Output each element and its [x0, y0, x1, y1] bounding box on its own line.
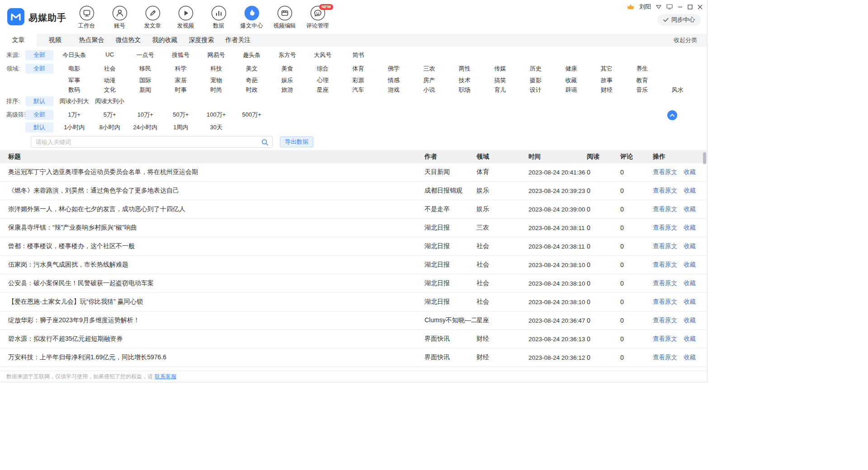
- domain-option[interactable]: 美文: [234, 65, 270, 73]
- nav-hot-center[interactable]: 爆文中心: [235, 5, 268, 30]
- favorite-link[interactable]: 收藏: [684, 261, 696, 269]
- nav-account[interactable]: 账号: [103, 5, 136, 30]
- source-option[interactable]: 趣头条: [234, 51, 270, 59]
- domain-option[interactable]: 两性: [447, 65, 483, 73]
- domain-option[interactable]: 家居: [163, 76, 199, 85]
- domain-option[interactable]: 时尚: [198, 86, 234, 94]
- sort-option[interactable]: 阅读大到小: [92, 97, 128, 105]
- tab-deep-search[interactable]: 深度搜索: [183, 34, 220, 47]
- domain-option[interactable]: 搞笑: [482, 76, 518, 85]
- domain-option[interactable]: 传媒: [482, 65, 518, 73]
- source-option[interactable]: 大风号: [305, 51, 341, 59]
- favorite-link[interactable]: 收藏: [684, 224, 696, 232]
- domain-option[interactable]: 移民: [127, 65, 163, 73]
- domain-option[interactable]: 小说: [411, 86, 447, 94]
- close-icon[interactable]: [698, 5, 703, 9]
- source-option[interactable]: 东方号: [269, 51, 305, 59]
- domain-option[interactable]: 动漫: [92, 76, 128, 85]
- sort-option[interactable]: 阅读小到大: [57, 97, 92, 105]
- domain-option[interactable]: 音乐: [624, 86, 660, 94]
- view-original-link[interactable]: 查看原文: [653, 205, 677, 213]
- tab-author-follow[interactable]: 作者关注: [220, 34, 256, 47]
- domain-option[interactable]: 娱乐: [269, 76, 305, 85]
- tab-videos[interactable]: 视频: [37, 34, 73, 47]
- read-option[interactable]: 50万+: [163, 111, 199, 119]
- tab-my-favorites[interactable]: 我的收藏: [146, 34, 183, 47]
- user-name[interactable]: 刘阳: [639, 3, 651, 11]
- favorite-link[interactable]: 收藏: [684, 298, 696, 306]
- sync-center-button[interactable]: 同步中心: [657, 14, 701, 26]
- domain-option[interactable]: 辟谣: [553, 86, 589, 94]
- domain-option[interactable]: 科技: [198, 65, 234, 73]
- view-original-link[interactable]: 查看原文: [653, 187, 677, 195]
- domain-option[interactable]: 旅游: [269, 86, 305, 94]
- favorite-link[interactable]: 收藏: [684, 316, 696, 324]
- export-data-button[interactable]: 导出数据: [280, 136, 313, 147]
- view-original-link[interactable]: 查看原文: [653, 353, 677, 362]
- view-original-link[interactable]: 查看原文: [653, 279, 677, 287]
- domain-option[interactable]: 时政: [234, 86, 270, 94]
- view-original-link[interactable]: 查看原文: [653, 224, 677, 232]
- domain-option[interactable]: 历史: [518, 65, 554, 73]
- view-original-link[interactable]: 查看原文: [653, 261, 677, 269]
- view-original-link[interactable]: 查看原文: [653, 298, 677, 306]
- domain-option[interactable]: 房产: [411, 76, 447, 85]
- domain-option[interactable]: 体育: [340, 65, 376, 73]
- time-option[interactable]: 1周内: [163, 123, 199, 132]
- contact-support-link[interactable]: 联系客服: [155, 373, 176, 381]
- search-icon[interactable]: [261, 139, 269, 148]
- domain-option[interactable]: 新闻: [127, 86, 163, 94]
- favorite-link[interactable]: 收藏: [684, 242, 696, 250]
- source-option[interactable]: 简书: [340, 51, 376, 59]
- domain-option[interactable]: 摄影: [518, 76, 554, 85]
- domain-option[interactable]: 军事: [57, 76, 92, 85]
- domain-option[interactable]: 心理: [305, 76, 341, 85]
- domain-option[interactable]: 国际: [127, 76, 163, 85]
- favorite-link[interactable]: 收藏: [684, 205, 696, 213]
- domain-option[interactable]: 职场: [447, 86, 483, 94]
- domain-option[interactable]: 健康: [553, 65, 589, 73]
- domain-option[interactable]: 彩票: [340, 76, 376, 85]
- domain-option[interactable]: 综合: [305, 65, 341, 73]
- minimize-icon[interactable]: [678, 5, 683, 9]
- domain-option[interactable]: 社会: [92, 65, 128, 73]
- keyword-input[interactable]: [31, 139, 272, 146]
- source-option[interactable]: 一点号: [127, 51, 163, 59]
- domain-option[interactable]: 时事: [163, 86, 199, 94]
- tab-articles[interactable]: 文章: [0, 34, 37, 47]
- domain-option[interactable]: 养生: [624, 65, 660, 73]
- domain-option[interactable]: 宠物: [198, 76, 234, 85]
- favorite-link[interactable]: 收藏: [684, 335, 696, 343]
- domain-option[interactable]: 故事: [589, 76, 625, 85]
- domain-all-chip[interactable]: 全部: [25, 64, 53, 74]
- collapse-filters-button[interactable]: [667, 110, 677, 120]
- domain-option[interactable]: 育儿: [482, 86, 518, 94]
- domain-option[interactable]: 电影: [57, 65, 92, 73]
- nav-comment-manage[interactable]: NEW 评论管理: [301, 5, 334, 30]
- time-option[interactable]: 24小时内: [127, 123, 163, 132]
- read-option[interactable]: 100万+: [198, 111, 234, 119]
- maximize-icon[interactable]: [688, 5, 693, 9]
- domain-option[interactable]: 教育: [624, 76, 660, 85]
- source-option[interactable]: 网易号: [198, 51, 234, 59]
- domain-option[interactable]: 财经: [589, 86, 625, 94]
- collapse-categories-link[interactable]: 收起分类: [674, 34, 707, 47]
- read-all-chip[interactable]: 全部: [25, 110, 53, 120]
- nav-data[interactable]: 数据: [202, 5, 235, 30]
- domain-option[interactable]: 其它: [589, 65, 625, 73]
- time-default-chip[interactable]: 默认: [25, 122, 53, 132]
- tab-wechat-hot[interactable]: 微信热文: [110, 34, 146, 47]
- time-option[interactable]: 8小时内: [92, 123, 128, 132]
- source-option[interactable]: 今日头条: [57, 51, 92, 59]
- domain-option[interactable]: 科学: [163, 65, 199, 73]
- nav-video-edit[interactable]: 视频编辑: [268, 5, 301, 30]
- domain-option[interactable]: 三农: [411, 65, 447, 73]
- mini-mode-icon[interactable]: [666, 4, 673, 9]
- tab-hot-aggregation[interactable]: 热点聚合: [73, 34, 110, 47]
- source-option[interactable]: UC: [92, 51, 128, 59]
- domain-option[interactable]: 技术: [447, 76, 483, 85]
- nav-workbench[interactable]: 工作台: [70, 5, 103, 30]
- view-original-link[interactable]: 查看原文: [653, 335, 677, 343]
- domain-option[interactable]: 星座: [305, 86, 341, 94]
- read-option[interactable]: 1万+: [57, 111, 92, 119]
